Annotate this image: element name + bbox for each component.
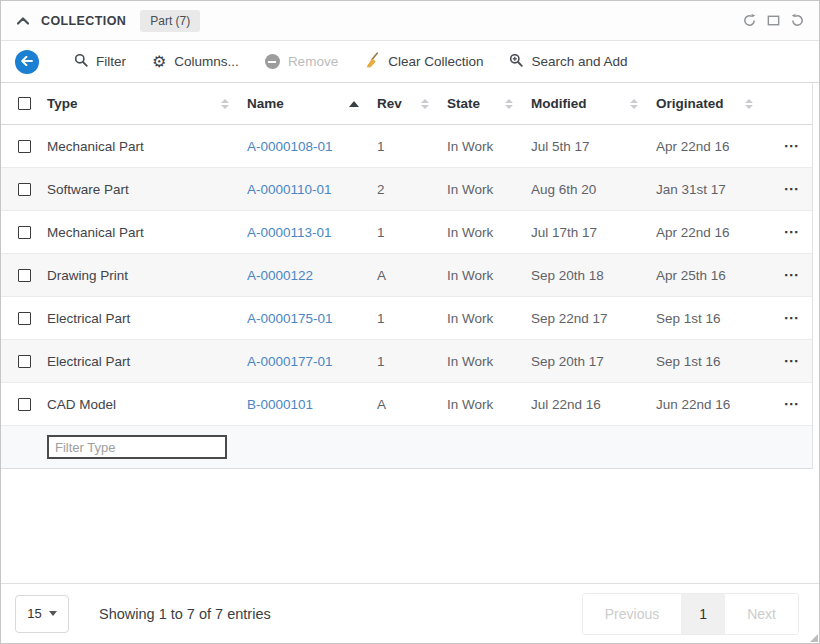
cell-originated: Apr 25th 16 [656,268,771,283]
search-and-add-button[interactable]: Search and Add [496,46,640,78]
cell-modified: Jul 22nd 16 [531,397,656,412]
part-number-link[interactable]: A-0000110-01 [247,182,332,197]
cell-type: Electrical Part [47,311,247,326]
table-row[interactable]: Drawing PrintA-0000122AIn WorkSep 20th 1… [1,254,812,297]
row-actions-menu-icon[interactable]: ⋯ [780,180,804,198]
current-page-button[interactable]: 1 [681,594,725,634]
clear-collection-button-label: Clear Collection [388,54,483,69]
part-number-link[interactable]: B-0000101 [247,397,313,412]
column-header-state[interactable]: State [447,96,531,111]
column-label-modified: Modified [531,96,587,111]
sort-both-icon [421,99,429,109]
column-label-rev: Rev [377,96,402,111]
search-add-icon [509,53,523,70]
select-all-checkbox[interactable] [18,97,31,110]
row-checkbox[interactable] [18,355,31,368]
cell-type: Electrical Part [47,354,247,369]
cell-originated: Apr 22nd 16 [656,139,771,154]
cell-originated: Apr 22nd 16 [656,225,771,240]
cell-modified: Jul 17th 17 [531,225,656,240]
sort-both-icon [630,99,638,109]
cell-rev: 1 [377,354,447,369]
maximize-icon[interactable] [766,13,781,28]
column-header-originated[interactable]: Originated [656,96,771,111]
cell-type: Mechanical Part [47,225,247,240]
table-row[interactable]: Electrical PartA-0000177-011In WorkSep 2… [1,340,812,383]
cell-rev: 1 [377,139,447,154]
cell-rev: A [377,397,447,412]
cell-originated: Sep 1st 16 [656,311,771,326]
cell-state: In Work [447,268,531,283]
cell-modified: Aug 6th 20 [531,182,656,197]
back-button[interactable] [15,50,39,74]
table-row[interactable]: CAD ModelB-0000101AIn WorkJul 22nd 16Jun… [1,383,812,426]
cell-originated: Jan 31st 17 [656,182,771,197]
pagination: Previous 1 Next [582,593,799,635]
collection-panel: COLLECTION Part (7) Filter ⚙ Columns... [0,0,820,644]
arrow-left-icon [21,54,33,69]
cell-state: In Work [447,354,531,369]
part-count-badge[interactable]: Part (7) [140,10,200,32]
row-checkbox[interactable] [18,183,31,196]
columns-button[interactable]: ⚙ Columns... [139,46,252,78]
minus-circle-icon [265,54,280,69]
table-row[interactable]: Mechanical PartA-0000113-011In WorkJul 1… [1,211,812,254]
gear-icon: ⚙ [152,54,166,70]
column-header-rev[interactable]: Rev [377,96,447,111]
cell-modified: Sep 22nd 17 [531,311,656,326]
table-header: Type Name Rev State Modified Originated [1,83,813,125]
column-header-modified[interactable]: Modified [531,96,656,111]
remove-button[interactable]: Remove [252,46,351,78]
part-number-link[interactable]: A-0000108-01 [247,139,333,154]
column-header-name[interactable]: Name [247,96,377,111]
column-label-originated: Originated [656,96,724,111]
search-icon [74,53,88,70]
entries-summary: Showing 1 to 7 of 7 entries [99,606,271,622]
column-header-type[interactable]: Type [47,96,247,111]
filter-button[interactable]: Filter [61,46,139,78]
filter-button-label: Filter [96,54,126,69]
row-checkbox[interactable] [18,269,31,282]
toolbar: Filter ⚙ Columns... Remove Clear Collect… [1,41,819,83]
cell-type: CAD Model [47,397,247,412]
row-actions-menu-icon[interactable]: ⋯ [780,266,804,284]
caret-down-icon [49,611,57,616]
part-number-link[interactable]: A-0000177-01 [247,354,333,369]
part-number-link[interactable]: A-0000175-01 [247,311,333,326]
table-row[interactable]: Software PartA-0000110-012In WorkAug 6th… [1,168,812,211]
row-actions-menu-icon[interactable]: ⋯ [780,137,804,155]
row-actions-menu-icon[interactable]: ⋯ [780,223,804,241]
row-checkbox[interactable] [18,140,31,153]
collapse-chevron-icon[interactable] [17,17,29,25]
page-size-value: 15 [27,606,41,621]
broom-icon [364,52,380,71]
row-checkbox[interactable] [18,398,31,411]
cell-state: In Work [447,225,531,240]
table-row[interactable]: Electrical PartA-0000175-011In WorkSep 2… [1,297,812,340]
column-label-state: State [447,96,480,111]
previous-page-button[interactable]: Previous [583,594,681,634]
refresh-icon[interactable] [742,13,757,28]
part-number-link[interactable]: A-0000122 [247,268,313,283]
part-number-link[interactable]: A-0000113-01 [247,225,332,240]
row-actions-menu-icon[interactable]: ⋯ [780,309,804,327]
empty-area [1,469,819,583]
row-checkbox[interactable] [18,312,31,325]
cell-rev: 1 [377,225,447,240]
row-actions-menu-icon[interactable]: ⋯ [780,352,804,370]
sort-asc-icon [349,101,359,107]
cell-state: In Work [447,139,531,154]
next-page-button[interactable]: Next [725,594,798,634]
table-row[interactable]: Mechanical PartA-0000108-011In WorkJul 5… [1,125,812,168]
cell-originated: Sep 1st 16 [656,354,771,369]
reset-icon[interactable] [790,13,805,28]
type-filter-input[interactable] [47,435,227,459]
clear-collection-button[interactable]: Clear Collection [351,46,496,78]
row-actions-menu-icon[interactable]: ⋯ [780,395,804,413]
panel-header: COLLECTION Part (7) [1,1,819,41]
page-size-select[interactable]: 15 [15,595,69,633]
sort-both-icon [221,99,229,109]
row-checkbox[interactable] [18,226,31,239]
footer: 15 Showing 1 to 7 of 7 entries Previous … [1,583,819,643]
cell-state: In Work [447,311,531,326]
